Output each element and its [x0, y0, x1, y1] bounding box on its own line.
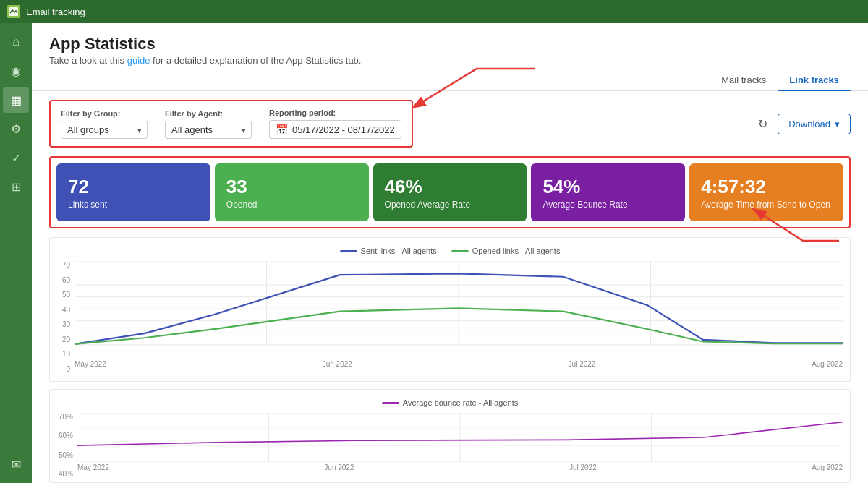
- legend-sent-label: Sent links - All agents: [361, 247, 437, 255]
- legend-opened: Opened links - All agents: [451, 247, 561, 255]
- tab-link-tracks[interactable]: Link tracks: [778, 70, 851, 91]
- guide-link[interactable]: guide: [127, 55, 150, 66]
- top-bar: Email tracking: [0, 0, 868, 23]
- stat-card-opened-avg: 46% Opened Average Rate: [373, 163, 527, 221]
- legend-bounce: Average bounce rate - All agents: [382, 398, 518, 407]
- filter-box: Filter by Group: All groups Filter by Ag…: [49, 100, 413, 148]
- filter-group-group: Filter by Group: All groups: [61, 109, 148, 139]
- filter-agent-select-wrapper: All agents: [165, 121, 252, 139]
- filter-group-period: Reporting period: 📅 05/17/2022 - 08/17/2…: [269, 108, 401, 139]
- chart1-x-jul: Jul 2022: [569, 360, 596, 368]
- download-button[interactable]: Download ▾: [778, 114, 851, 134]
- stat-label-bounce: Average Bounce Rate: [542, 200, 673, 211]
- date-value: 05/17/2022 - 08/17/2022: [292, 124, 395, 135]
- sidebar-item-home[interactable]: ⌂: [3, 29, 29, 55]
- chart1-x-aug: Aug 2022: [812, 360, 843, 368]
- sidebar-item-gear[interactable]: ⚙: [3, 116, 29, 142]
- chart2-x-aug: Aug 2022: [812, 463, 843, 471]
- chart1-y-axis: 706050403020100: [57, 261, 75, 373]
- filter-group-select-wrapper: All groups: [61, 121, 148, 139]
- chart2-x-axis: May 2022 Jun 2022 Jul 2022 Aug 2022: [77, 463, 843, 471]
- app-title: Email tracking: [26, 7, 85, 17]
- stat-label-links-sent: Links sent: [68, 200, 199, 211]
- stat-card-links-sent: 72 Links sent: [56, 163, 210, 221]
- chart1-container: Sent links - All agents Opened links - A…: [49, 237, 851, 382]
- sidebar-item-eye[interactable]: ◉: [3, 58, 29, 84]
- stat-card-avg-time: 4:57:32 Average Time from Send to Open: [689, 163, 843, 221]
- filter-group-agent: Filter by Agent: All agents: [165, 109, 252, 139]
- legend-opened-label: Opened links - All agents: [472, 247, 561, 255]
- filter-period-label: Reporting period:: [269, 108, 401, 117]
- toolbar: Filter by Group: All groups Filter by Ag…: [32, 91, 868, 156]
- chart2-y-axis: 70%60%50%40%: [57, 413, 77, 478]
- stat-value-bounce: 54%: [542, 176, 673, 197]
- chart1-body: 706050403020100: [57, 261, 843, 373]
- chart-area: Sent links - All agents Opened links - A…: [32, 237, 868, 483]
- legend-sent: Sent links - All agents: [340, 247, 437, 255]
- chart2-x-jun: Jun 2022: [324, 463, 354, 471]
- chart2-x-may: May 2022: [77, 463, 109, 471]
- app-logo: [7, 5, 20, 18]
- sidebar-item-shield[interactable]: ✓: [3, 145, 29, 171]
- tab-mail-tracks[interactable]: Mail tracks: [710, 70, 778, 91]
- stat-value-opened-avg: 46%: [385, 176, 516, 197]
- chart2-legend: Average bounce rate - All agents: [57, 398, 843, 407]
- stat-card-bounce: 54% Average Bounce Rate: [531, 163, 685, 221]
- chart1-svg: [75, 261, 843, 359]
- sidebar-item-chat[interactable]: ✉: [3, 451, 29, 477]
- sidebar: ⌂ ◉ ▦ ⚙ ✓ ⊞ ✉: [0, 23, 32, 483]
- chart1-legend: Sent links - All agents Opened links - A…: [57, 247, 843, 255]
- stat-label-opened: Opened: [226, 200, 357, 211]
- chart2-svg: [77, 413, 843, 462]
- filter-agent-label: Filter by Agent:: [165, 109, 252, 118]
- sidebar-item-chart[interactable]: ▦: [3, 87, 29, 113]
- page-header: App Statistics Take a look at this guide…: [32, 23, 868, 66]
- filter-group-label: Filter by Group:: [61, 109, 148, 118]
- legend-bounce-color: [382, 402, 399, 404]
- chart2-svg-wrapper: May 2022 Jun 2022 Jul 2022 Aug 2022: [77, 413, 843, 478]
- date-input[interactable]: 📅 05/17/2022 - 08/17/2022: [269, 120, 401, 139]
- stats-section: 72 Links sent 33 Opened 46% Opened Avera…: [32, 156, 868, 237]
- stat-label-opened-avg: Opened Average Rate: [385, 200, 516, 211]
- legend-bounce-label: Average bounce rate - All agents: [403, 398, 518, 407]
- stat-value-avg-time: 4:57:32: [701, 176, 832, 197]
- filter-group-select[interactable]: All groups: [61, 121, 148, 139]
- page-title: App Statistics: [49, 35, 851, 54]
- stat-card-opened: 33 Opened: [215, 163, 369, 221]
- stats-cards: 72 Links sent 33 Opened 46% Opened Avera…: [49, 156, 851, 228]
- legend-sent-color: [340, 250, 357, 252]
- content-area: App Statistics Take a look at this guide…: [32, 23, 868, 483]
- stat-value-opened: 33: [226, 176, 357, 197]
- filter-agent-select[interactable]: All agents: [165, 121, 252, 139]
- refresh-button[interactable]: ↻: [755, 114, 770, 134]
- toolbar-right: ↻ Download ▾: [755, 114, 851, 134]
- stat-label-avg-time: Average Time from Send to Open: [701, 200, 832, 211]
- chart1-x-axis: May 2022 Jun 2022 Jul 2022 Aug 2022: [75, 360, 843, 368]
- chart2-container: Average bounce rate - All agents 70%60%5…: [49, 389, 851, 483]
- chart2-body: 70%60%50%40%: [57, 413, 843, 478]
- legend-opened-color: [451, 250, 469, 252]
- chart1-svg-wrapper: May 2022 Jun 2022 Jul 2022 Aug 2022: [75, 261, 843, 373]
- chart1-x-may: May 2022: [75, 360, 106, 368]
- stat-value-links-sent: 72: [68, 176, 199, 197]
- chart2-x-jul: Jul 2022: [569, 463, 597, 471]
- calendar-icon: 📅: [276, 124, 288, 135]
- page-subtitle: Take a look at this guide for a detailed…: [49, 55, 851, 66]
- chart1-x-jun: Jun 2022: [323, 360, 352, 368]
- sidebar-item-grid[interactable]: ⊞: [3, 174, 29, 200]
